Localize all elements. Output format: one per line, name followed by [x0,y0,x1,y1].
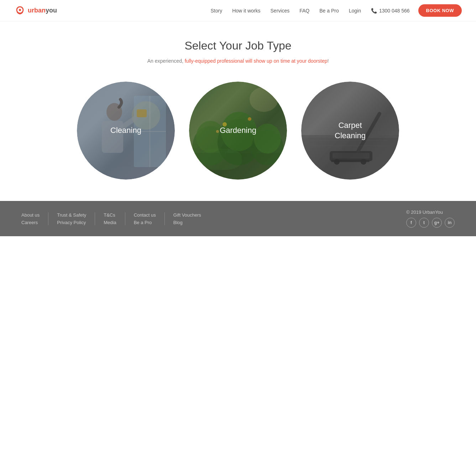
nav-link-faq[interactable]: FAQ [299,8,309,14]
copyright-text: © 2019 UrbanYou [406,209,443,215]
social-icons: f t g+ in [406,218,455,228]
footer-link-trust[interactable]: Trust & Safety [57,212,86,218]
footer-link-privacy[interactable]: Privacy Policy [57,220,86,225]
nav-links: Story How it works Services FAQ Be a Pro… [210,8,361,14]
linkedin-icon[interactable]: in [445,218,455,228]
cleaning-label: Cleaning [110,125,141,136]
page-title: Select Your Job Type [14,39,462,52]
job-card-carpet-cleaning[interactable]: CarpetCleaning [301,82,399,180]
footer-col-contact: Contact us Be a Pro [125,212,164,225]
twitter-icon[interactable]: t [419,218,429,228]
nav-link-login[interactable]: Login [349,8,361,14]
google-plus-icon[interactable]: g+ [432,218,442,228]
copyright-social: © 2019 UrbanYou f t g+ in [406,209,455,228]
logo[interactable]: urbanyou [14,5,57,16]
phone-number: 1300 048 566 [379,8,410,14]
svg-point-1 [19,9,21,11]
brand-name-urban: urban [28,7,46,14]
navbar: urbanyou Story How it works Services FAQ… [0,0,476,21]
footer-link-gift-vouchers[interactable]: Gift Vouchers [173,212,201,218]
book-now-button[interactable]: BOOK NOW [418,4,462,17]
main-content: Select Your Job Type An experienced, ful… [0,21,476,201]
brand-name-you: you [46,7,57,14]
nav-link-services[interactable]: Services [271,8,290,14]
footer-link-careers[interactable]: Careers [21,220,40,225]
nav-link-story[interactable]: Story [210,8,222,14]
footer-link-contact[interactable]: Contact us [134,212,156,218]
nav-item-faq[interactable]: FAQ [299,8,309,14]
carpet-cleaning-label: CarpetCleaning [335,120,366,141]
job-type-cards: Cleaning [14,82,462,180]
nav-item-bepro[interactable]: Be a Pro [319,8,339,14]
nav-item-login[interactable]: Login [349,8,361,14]
subtitle: An experienced, fully-equipped professio… [14,58,462,64]
footer-link-media[interactable]: Media [104,220,116,225]
nav-link-bepro[interactable]: Be a Pro [319,8,339,14]
facebook-icon[interactable]: f [406,218,416,228]
footer-inner: About us Careers Trust & Safety Privacy … [21,209,455,228]
footer-link-bepro[interactable]: Be a Pro [134,220,156,225]
nav-item-how[interactable]: How it works [232,8,260,14]
footer-col-about: About us Careers [21,212,48,225]
footer-col-gifts: Gift Vouchers Blog [164,212,210,225]
footer-link-tcs[interactable]: T&Cs [104,212,116,218]
nav-item-services[interactable]: Services [271,8,290,14]
gardening-label: Gardening [220,125,256,136]
footer-link-blog[interactable]: Blog [173,220,201,225]
nav-item-story[interactable]: Story [210,8,222,14]
phone-icon: 📞 [371,8,377,14]
footer-link-about[interactable]: About us [21,212,40,218]
subtitle-highlight: fully-equipped professional will show up… [185,58,328,64]
nav-link-how[interactable]: How it works [232,8,260,14]
job-card-gardening[interactable]: Gardening [189,82,287,180]
footer-col-tcs: T&Cs Media [95,212,125,225]
footer-col-trust: Trust & Safety Privacy Policy [48,212,95,225]
logo-icon [14,5,26,16]
job-card-cleaning[interactable]: Cleaning [77,82,175,180]
footer: About us Careers Trust & Safety Privacy … [0,201,476,236]
phone-section: 📞 1300 048 566 [371,8,410,14]
